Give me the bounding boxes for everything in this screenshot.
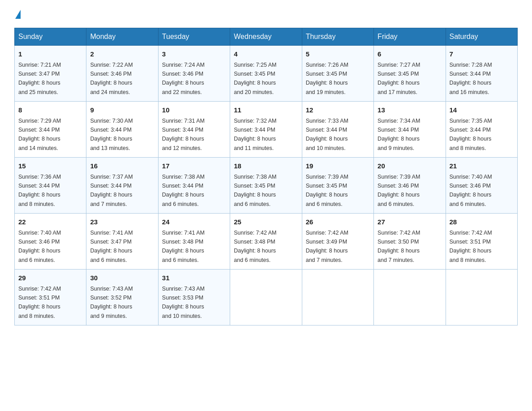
day-number: 27 xyxy=(378,217,442,227)
day-info: Sunrise: 7:21 AMSunset: 3:47 PMDaylight:… xyxy=(18,62,61,95)
page-header xyxy=(14,11,518,20)
day-number: 18 xyxy=(234,161,298,171)
day-info: Sunrise: 7:36 AMSunset: 3:44 PMDaylight:… xyxy=(18,174,61,207)
day-info: Sunrise: 7:32 AMSunset: 3:44 PMDaylight:… xyxy=(234,118,276,151)
day-info: Sunrise: 7:43 AMSunset: 3:53 PMDaylight:… xyxy=(162,286,205,319)
day-cell: 31Sunrise: 7:43 AMSunset: 3:53 PMDayligh… xyxy=(158,270,230,325)
day-number: 4 xyxy=(234,49,298,60)
day-info: Sunrise: 7:29 AMSunset: 3:44 PMDaylight:… xyxy=(18,118,61,151)
day-cell: 15Sunrise: 7:36 AMSunset: 3:44 PMDayligh… xyxy=(15,158,86,214)
day-info: Sunrise: 7:40 AMSunset: 3:46 PMDaylight:… xyxy=(450,174,492,207)
day-info: Sunrise: 7:37 AMSunset: 3:44 PMDaylight:… xyxy=(90,174,133,207)
day-cell: 16Sunrise: 7:37 AMSunset: 3:44 PMDayligh… xyxy=(86,158,158,214)
day-cell: 11Sunrise: 7:32 AMSunset: 3:44 PMDayligh… xyxy=(230,102,302,158)
day-cell: 19Sunrise: 7:39 AMSunset: 3:45 PMDayligh… xyxy=(302,158,373,214)
calendar-header: SundayMondayTuesdayWednesdayThursdayFrid… xyxy=(15,28,518,46)
day-cell: 18Sunrise: 7:38 AMSunset: 3:45 PMDayligh… xyxy=(230,158,302,214)
day-info: Sunrise: 7:39 AMSunset: 3:45 PMDaylight:… xyxy=(306,174,348,207)
day-number: 2 xyxy=(90,49,154,60)
day-number: 29 xyxy=(18,273,82,283)
week-row-4: 22Sunrise: 7:40 AMSunset: 3:46 PMDayligh… xyxy=(15,214,518,270)
day-cell: 4Sunrise: 7:25 AMSunset: 3:45 PMDaylight… xyxy=(230,46,302,102)
day-number: 14 xyxy=(450,105,514,116)
day-number: 5 xyxy=(306,49,370,60)
day-info: Sunrise: 7:26 AMSunset: 3:45 PMDaylight:… xyxy=(306,62,348,95)
day-info: Sunrise: 7:42 AMSunset: 3:51 PMDaylight:… xyxy=(450,230,492,263)
day-number: 21 xyxy=(450,161,514,171)
day-number: 24 xyxy=(162,217,226,227)
day-info: Sunrise: 7:25 AMSunset: 3:45 PMDaylight:… xyxy=(234,62,276,95)
column-header-saturday: Saturday xyxy=(446,28,517,46)
day-cell: 25Sunrise: 7:42 AMSunset: 3:48 PMDayligh… xyxy=(230,214,302,270)
day-cell: 2Sunrise: 7:22 AMSunset: 3:46 PMDaylight… xyxy=(86,46,158,102)
week-row-2: 8Sunrise: 7:29 AMSunset: 3:44 PMDaylight… xyxy=(15,102,518,158)
day-number: 28 xyxy=(450,217,514,227)
day-info: Sunrise: 7:27 AMSunset: 3:45 PMDaylight:… xyxy=(378,62,420,95)
day-number: 15 xyxy=(18,161,82,171)
day-cell: 22Sunrise: 7:40 AMSunset: 3:46 PMDayligh… xyxy=(15,214,86,270)
day-cell: 26Sunrise: 7:42 AMSunset: 3:49 PMDayligh… xyxy=(302,214,373,270)
day-number: 26 xyxy=(306,217,370,227)
calendar-table: SundayMondayTuesdayWednesdayThursdayFrid… xyxy=(14,28,518,325)
day-number: 1 xyxy=(18,49,82,60)
day-cell: 30Sunrise: 7:43 AMSunset: 3:52 PMDayligh… xyxy=(86,270,158,325)
day-number: 7 xyxy=(450,49,514,60)
day-number: 23 xyxy=(90,217,154,227)
day-number: 13 xyxy=(378,105,442,116)
day-number: 22 xyxy=(18,217,82,227)
day-number: 6 xyxy=(378,49,442,60)
day-cell: 27Sunrise: 7:42 AMSunset: 3:50 PMDayligh… xyxy=(374,214,446,270)
day-info: Sunrise: 7:35 AMSunset: 3:44 PMDaylight:… xyxy=(450,118,492,151)
day-number: 20 xyxy=(378,161,442,171)
column-header-monday: Monday xyxy=(86,28,158,46)
day-cell xyxy=(230,270,302,325)
day-number: 17 xyxy=(162,161,226,171)
day-info: Sunrise: 7:38 AMSunset: 3:45 PMDaylight:… xyxy=(234,174,276,207)
day-cell: 17Sunrise: 7:38 AMSunset: 3:44 PMDayligh… xyxy=(158,158,230,214)
day-cell: 13Sunrise: 7:34 AMSunset: 3:44 PMDayligh… xyxy=(374,102,446,158)
header-row: SundayMondayTuesdayWednesdayThursdayFrid… xyxy=(15,28,518,46)
day-info: Sunrise: 7:24 AMSunset: 3:46 PMDaylight:… xyxy=(162,62,205,95)
column-header-tuesday: Tuesday xyxy=(158,28,230,46)
day-info: Sunrise: 7:42 AMSunset: 3:50 PMDaylight:… xyxy=(378,230,420,263)
day-info: Sunrise: 7:40 AMSunset: 3:46 PMDaylight:… xyxy=(18,230,61,263)
day-cell xyxy=(374,270,446,325)
column-header-sunday: Sunday xyxy=(15,28,86,46)
day-info: Sunrise: 7:33 AMSunset: 3:44 PMDaylight:… xyxy=(306,118,348,151)
day-info: Sunrise: 7:28 AMSunset: 3:44 PMDaylight:… xyxy=(450,62,492,95)
day-number: 12 xyxy=(306,105,370,116)
day-info: Sunrise: 7:41 AMSunset: 3:48 PMDaylight:… xyxy=(162,230,205,263)
day-number: 16 xyxy=(90,161,154,171)
day-info: Sunrise: 7:31 AMSunset: 3:44 PMDaylight:… xyxy=(162,118,205,151)
day-info: Sunrise: 7:34 AMSunset: 3:44 PMDaylight:… xyxy=(378,118,420,151)
day-number: 10 xyxy=(162,105,226,116)
column-header-wednesday: Wednesday xyxy=(230,28,302,46)
day-cell: 28Sunrise: 7:42 AMSunset: 3:51 PMDayligh… xyxy=(446,214,517,270)
day-cell: 5Sunrise: 7:26 AMSunset: 3:45 PMDaylight… xyxy=(302,46,373,102)
day-cell: 1Sunrise: 7:21 AMSunset: 3:47 PMDaylight… xyxy=(15,46,86,102)
day-number: 25 xyxy=(234,217,298,227)
logo xyxy=(14,11,21,20)
day-number: 11 xyxy=(234,105,298,116)
week-row-1: 1Sunrise: 7:21 AMSunset: 3:47 PMDaylight… xyxy=(15,46,518,102)
day-cell xyxy=(302,270,373,325)
day-cell: 9Sunrise: 7:30 AMSunset: 3:44 PMDaylight… xyxy=(86,102,158,158)
day-cell: 10Sunrise: 7:31 AMSunset: 3:44 PMDayligh… xyxy=(158,102,230,158)
day-info: Sunrise: 7:30 AMSunset: 3:44 PMDaylight:… xyxy=(90,118,133,151)
day-info: Sunrise: 7:42 AMSunset: 3:48 PMDaylight:… xyxy=(234,230,276,263)
day-info: Sunrise: 7:41 AMSunset: 3:47 PMDaylight:… xyxy=(90,230,133,263)
day-cell: 20Sunrise: 7:39 AMSunset: 3:46 PMDayligh… xyxy=(374,158,446,214)
day-number: 30 xyxy=(90,273,154,283)
day-number: 9 xyxy=(90,105,154,116)
day-cell: 21Sunrise: 7:40 AMSunset: 3:46 PMDayligh… xyxy=(446,158,517,214)
logo-triangle-icon xyxy=(15,10,21,19)
day-cell: 29Sunrise: 7:42 AMSunset: 3:51 PMDayligh… xyxy=(15,270,86,325)
calendar-body: 1Sunrise: 7:21 AMSunset: 3:47 PMDaylight… xyxy=(15,46,518,325)
day-number: 31 xyxy=(162,273,226,283)
day-info: Sunrise: 7:43 AMSunset: 3:52 PMDaylight:… xyxy=(90,286,133,319)
column-header-friday: Friday xyxy=(374,28,446,46)
day-number: 3 xyxy=(162,49,226,60)
week-row-5: 29Sunrise: 7:42 AMSunset: 3:51 PMDayligh… xyxy=(15,270,518,325)
day-cell: 7Sunrise: 7:28 AMSunset: 3:44 PMDaylight… xyxy=(446,46,517,102)
day-number: 8 xyxy=(18,105,82,116)
